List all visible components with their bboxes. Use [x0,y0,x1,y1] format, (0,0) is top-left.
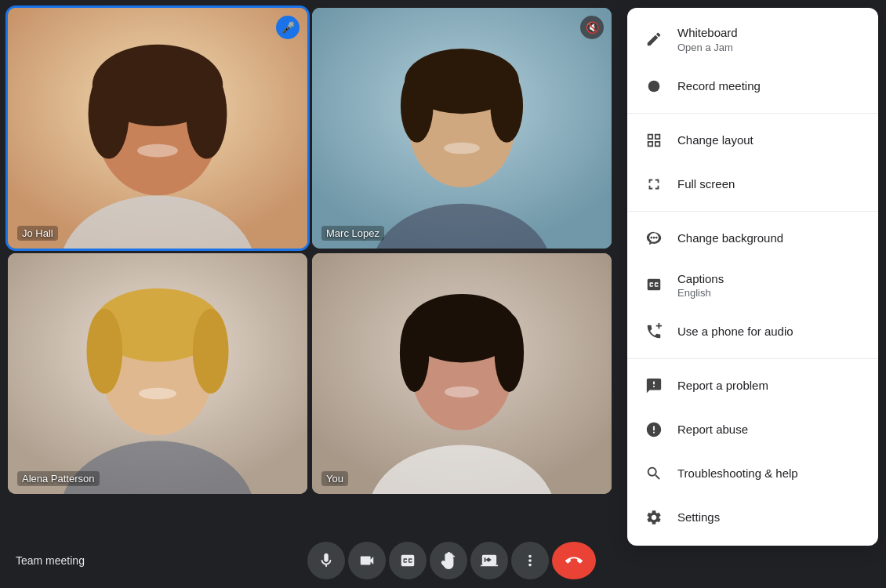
svg-point-29 [650,236,652,238]
divider-2 [627,211,878,212]
controls-group [307,542,596,579]
troubleshooting-label: Troubleshooting & help [677,466,798,481]
more-options-icon [521,552,539,569]
video-tile-alena-patterson: Alena Patterson [8,253,307,494]
video-background-you [312,253,612,494]
phone-audio-content: Use a phone for audio [677,324,793,339]
svg-point-19 [193,309,229,394]
menu-item-troubleshooting[interactable]: Troubleshooting & help [627,452,878,495]
more-options-button[interactable] [511,542,549,579]
svg-point-6 [137,144,178,158]
troubleshooting-content: Troubleshooting & help [677,466,798,481]
svg-point-18 [86,309,122,394]
divider-1 [627,113,878,114]
pencil-icon [643,28,665,50]
video-tile-jo-hall: 🎤 Jo Hall [8,8,307,249]
change-background-content: Change background [677,230,783,246]
participant-name-you: You [321,471,348,486]
video-background-jo [8,8,307,249]
record-icon [643,75,665,97]
fullscreen-label: Full screen [677,176,735,192]
meeting-controls-bar: Team meeting [0,533,612,588]
svg-point-28 [648,80,660,92]
captions-sublabel: English [677,287,724,299]
report-problem-icon [643,375,665,397]
svg-point-26 [495,314,524,392]
mic-icon [318,552,335,569]
video-background-marc [312,8,612,249]
report-abuse-content: Report abuse [677,422,748,437]
mic-button[interactable] [307,542,345,579]
report-problem-content: Report a problem [677,378,768,394]
change-background-label: Change background [677,230,783,246]
whiteboard-sublabel: Open a Jam [677,42,738,53]
report-abuse-icon [643,419,665,441]
menu-item-whiteboard[interactable]: Whiteboard Open a Jam [627,14,878,64]
report-problem-label: Report a problem [677,378,768,394]
end-call-button[interactable] [552,542,596,579]
fullscreen-content: Full screen [677,176,735,192]
captions-ctrl-icon [399,552,416,569]
participant-name-alena: Alena Patterson [17,471,100,486]
phone-audio-label: Use a phone for audio [677,324,793,339]
svg-point-4 [89,69,129,158]
svg-point-30 [653,236,655,238]
present-button[interactable] [470,542,508,579]
svg-point-27 [445,387,479,398]
camera-button[interactable] [348,542,386,579]
mic-active-indicator: 🎤 [276,16,300,39]
svg-point-13 [444,143,480,154]
cc-icon [643,274,665,296]
phone-audio-icon [643,321,665,343]
captions-label: Captions [677,271,724,287]
present-icon [481,552,498,569]
whiteboard-content: Whiteboard Open a Jam [677,25,738,53]
end-call-icon [565,552,583,569]
change-layout-label: Change layout [677,132,753,148]
layout-icon [643,129,665,151]
settings-content: Settings [677,510,720,525]
menu-item-phone-audio[interactable]: Use a phone for audio [627,310,878,354]
settings-icon [643,506,665,528]
whiteboard-label: Whiteboard [677,25,738,41]
record-content: Record meeting [677,78,761,94]
fullscreen-icon [643,173,665,195]
meeting-title: Team meeting [16,554,85,567]
captions-button[interactable] [389,542,427,579]
menu-item-change-background[interactable]: Change background [627,216,878,260]
menu-item-fullscreen[interactable]: Full screen [627,162,878,206]
menu-item-report-abuse[interactable]: Report abuse [627,408,878,452]
help-icon [643,463,665,485]
svg-point-11 [401,69,434,143]
divider-3 [627,358,878,359]
video-background-alena [8,253,307,494]
record-label: Record meeting [677,78,761,94]
reactions-button[interactable] [430,542,467,579]
svg-point-5 [186,69,227,158]
report-abuse-label: Report abuse [677,422,748,437]
menu-item-settings[interactable]: Settings [627,495,878,539]
context-menu: Whiteboard Open a Jam Record meeting Cha… [627,8,878,546]
settings-label: Settings [677,510,720,525]
captions-content: Captions English [677,271,724,299]
menu-item-report-problem[interactable]: Report a problem [627,364,878,408]
participant-name-marc: Marc Lopez [321,226,384,241]
svg-point-25 [400,314,429,392]
video-tile-marc-lopez: 🔇 Marc Lopez [312,8,612,249]
menu-item-change-layout[interactable]: Change layout [627,118,878,162]
menu-item-captions[interactable]: Captions English [627,260,878,310]
change-layout-content: Change layout [677,132,753,148]
menu-item-record[interactable]: Record meeting [627,64,878,108]
camera-icon [358,552,376,569]
mic-muted-indicator: 🔇 [580,16,604,39]
participant-name-jo: Jo Hall [17,226,58,241]
video-grid: 🎤 Jo Hall 🔇 Marc Lopez [8,8,612,494]
svg-point-20 [139,388,176,400]
background-icon [643,227,665,249]
hand-icon [440,552,457,569]
video-tile-you: You [312,253,612,494]
svg-point-12 [490,69,523,143]
svg-point-31 [655,236,658,238]
